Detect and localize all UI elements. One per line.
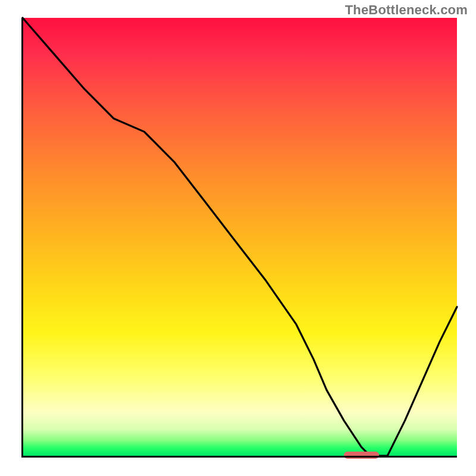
watermark-text: TheBottleneck.com bbox=[345, 2, 468, 18]
chart-container: TheBottleneck.com bbox=[0, 0, 476, 476]
y-axis-line bbox=[21, 18, 23, 458]
minimum-marker bbox=[344, 452, 378, 459]
bottleneck-curve bbox=[23, 18, 457, 456]
x-axis-line bbox=[23, 456, 457, 458]
